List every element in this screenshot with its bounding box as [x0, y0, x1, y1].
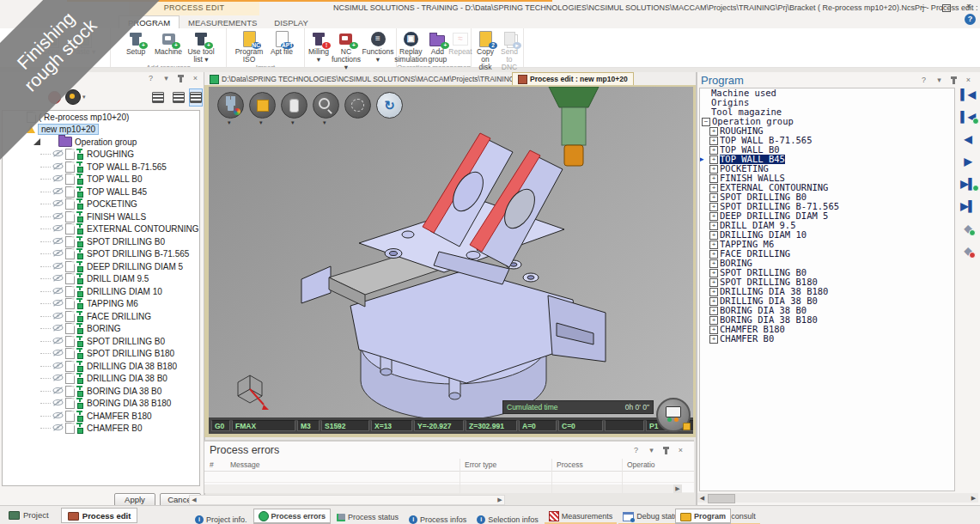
hidden-eye-icon[interactable]	[52, 312, 65, 321]
hidden-eye-icon[interactable]	[52, 287, 65, 296]
3d-view[interactable]: ▾▾▾▾↻ Cumulated time 0h 0' 0" G0FMAXM3S1…	[209, 87, 693, 434]
menu-icon[interactable]: ▾	[647, 446, 656, 455]
tree-item-drill-diam-9-5[interactable]: DRILL DIAM 9.5	[3, 273, 199, 286]
send-to-dnc-button[interactable]: ▸Send to DNC	[498, 30, 520, 71]
dock-tab-measurements[interactable]: Measurements	[545, 509, 618, 524]
hidden-eye-icon[interactable]	[52, 199, 65, 209]
hidden-eye-icon[interactable]	[52, 299, 65, 308]
tool-display-icon[interactable]: ▾	[217, 92, 244, 119]
collapse-icon[interactable]: −	[702, 118, 710, 126]
hidden-eye-icon[interactable]	[52, 149, 65, 159]
viewport-tab-process-edit[interactable]: Process edit : new mp10+20	[512, 72, 634, 85]
tree-item-drilling-diam-10[interactable]: DRILLING DIAM 10	[3, 285, 199, 298]
hidden-eye-icon[interactable]	[52, 337, 65, 346]
expand-icon[interactable]: +	[709, 127, 718, 136]
tree-item-drilling-dia-38-b0[interactable]: DRILLING DIA 38 B0	[3, 373, 199, 386]
errors-column-error-type[interactable]: Error type	[465, 460, 496, 469]
expand-icon[interactable]: +	[709, 316, 718, 325]
program-hscrollbar[interactable]: ◀ ▶	[697, 493, 978, 503]
tree-item-chamfer-b180[interactable]: CHAMFER B180	[3, 410, 199, 423]
tree-item-spot-drilling-b180[interactable]: SPOT DRILLING B180	[3, 348, 199, 361]
tree-item-spot-drilling-b0[interactable]: SPOT DRILLING B0	[3, 335, 199, 348]
nc-functions-button[interactable]: +NC functions ▾	[332, 30, 361, 71]
expand-icon[interactable]: +	[709, 241, 718, 249]
tree-item-top-wall-b45[interactable]: TOP WALL B45	[3, 186, 199, 198]
program-op-chamfer-b0[interactable]: +CHAMFER B0	[700, 334, 954, 344]
help-icon[interactable]: ?	[919, 76, 928, 85]
expand-icon[interactable]: +	[709, 137, 718, 145]
tree-item-chamfer-b0[interactable]: CHAMFER B0	[3, 423, 199, 436]
hidden-eye-icon[interactable]	[52, 274, 65, 283]
expand-icon[interactable]: +	[709, 184, 718, 192]
errors-hscrollbar[interactable]: ▶	[204, 484, 682, 493]
hidden-eye-icon[interactable]	[52, 423, 65, 433]
list-view-detail-button[interactable]	[189, 88, 203, 107]
3d-scene[interactable]	[209, 87, 693, 434]
functions-button[interactable]: ≡Functions ▾	[362, 30, 393, 64]
cylinder-display-icon[interactable]: ▾	[281, 92, 307, 119]
add-stop-icon[interactable]: ◆	[964, 223, 971, 235]
expand-icon[interactable]: +	[709, 222, 718, 230]
menu-icon[interactable]: ▾	[934, 76, 944, 85]
play-forward-icon[interactable]: ▶	[964, 156, 971, 168]
tree-item-external-contourning[interactable]: EXTERNAL CONTOURNING	[3, 223, 199, 236]
go-end-icon[interactable]: ▶▌	[960, 201, 976, 212]
machine-view-icon[interactable]	[656, 398, 691, 432]
expand-icon[interactable]: +	[709, 155, 718, 164]
add-group-button[interactable]: +Add group	[428, 30, 447, 64]
expand-icon[interactable]: +	[709, 297, 718, 306]
tree-item-boring[interactable]: BORING	[3, 323, 199, 336]
copy-on-disk-button[interactable]: 2Copy on disk	[474, 30, 496, 71]
tree-item-drilling-dia-38-b180[interactable]: DRILLING DIA 38 B180	[3, 360, 199, 373]
tree-item-boring-dia-38-b0[interactable]: BORING DIA 38 B0	[3, 385, 199, 398]
bottom-tab-project[interactable]: Project	[3, 508, 55, 521]
hidden-eye-icon[interactable]	[52, 262, 65, 271]
tab-measurements[interactable]: MEASUREMENTS	[180, 16, 265, 28]
hidden-eye-icon[interactable]	[52, 174, 65, 184]
expand-triangle-icon[interactable]	[33, 138, 40, 145]
tree-item-face-drilling[interactable]: FACE DRILLING	[3, 310, 199, 323]
scroll-right-icon[interactable]: ▶	[673, 484, 682, 493]
hidden-eye-icon[interactable]	[52, 224, 65, 234]
help-icon[interactable]: ?	[146, 74, 155, 83]
list-view-small-button[interactable]	[148, 88, 168, 107]
restore-button[interactable]	[942, 4, 951, 12]
tree-item-top-wall-b-71-565[interactable]: TOP WALL B-71.565	[3, 161, 199, 174]
dock-tab-process-errors[interactable]: Process errors	[253, 509, 332, 524]
step-forward-to-op-icon[interactable]: ▶▌	[960, 179, 976, 190]
hidden-eye-icon[interactable]	[52, 212, 65, 222]
tree-item-top-wall-b0[interactable]: TOP WALL B0	[3, 174, 199, 186]
expand-icon[interactable]: +	[709, 269, 718, 277]
dock-tab-selection-infos[interactable]: iSelection infos	[472, 513, 543, 524]
expand-icon[interactable]: +	[709, 278, 718, 287]
hidden-eye-icon[interactable]	[52, 349, 65, 358]
repeat-button[interactable]: ≈Repeat	[448, 30, 472, 56]
close-icon[interactable]: ×	[964, 76, 973, 85]
help-icon[interactable]: ?	[631, 446, 641, 455]
pin-icon[interactable]	[665, 448, 667, 454]
help-icon[interactable]: ?	[965, 14, 976, 25]
dock-tab-process-status[interactable]: Process status	[332, 511, 403, 524]
expand-icon[interactable]: +	[709, 165, 718, 174]
expand-icon[interactable]: +	[709, 146, 718, 155]
remove-stop-icon[interactable]: ◆	[964, 246, 971, 257]
close-icon[interactable]: ×	[676, 446, 685, 455]
hidden-eye-icon[interactable]	[52, 387, 65, 396]
target-dropdown-icon[interactable]: ▾	[82, 94, 86, 101]
tree-item-boring-dia-38-b180[interactable]: BORING DIA 38 B180	[3, 398, 199, 411]
viewport-tab-project[interactable]: D:\Data\SPRING TECHNOLOGIES\NCSIMUL SOLU…	[204, 73, 512, 85]
pin-icon[interactable]	[953, 77, 955, 84]
dropdown-icon[interactable]: ▾	[228, 119, 231, 126]
hidden-eye-icon[interactable]	[52, 411, 65, 421]
tree-item-deep-drilling-diam-5[interactable]: DEEP DRILLING DIAM 5	[3, 260, 199, 273]
zoom-icon[interactable]: ▾	[313, 92, 339, 119]
errors-column-process[interactable]: Process	[557, 460, 583, 469]
minimize-button[interactable]: –	[918, 2, 930, 12]
expand-icon[interactable]: +	[709, 231, 718, 240]
scroll-right-icon[interactable]: ▶	[969, 493, 978, 503]
dock-tab-project-info[interactable]: iProject info.	[191, 513, 252, 524]
expand-icon[interactable]: +	[709, 326, 718, 334]
hidden-eye-icon[interactable]	[52, 399, 65, 408]
expand-icon[interactable]: +	[709, 288, 718, 296]
scroll-left-icon[interactable]: ◀	[190, 496, 198, 504]
